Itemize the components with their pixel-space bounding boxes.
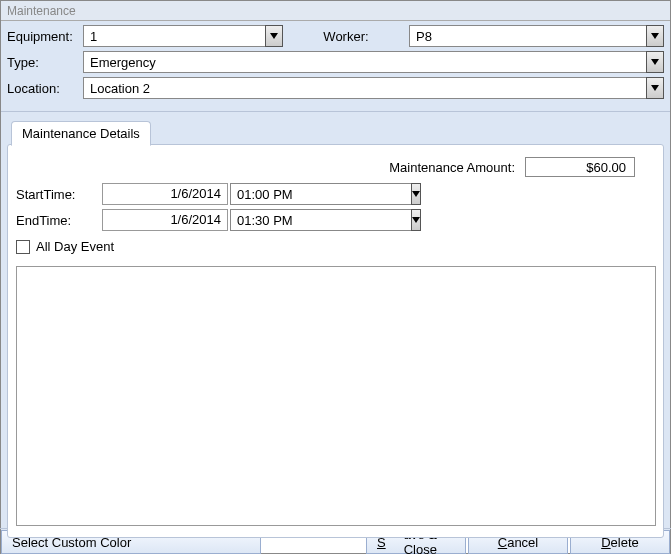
chevron-down-icon — [651, 85, 659, 91]
worker-label: Worker: — [287, 29, 405, 44]
type-combo[interactable] — [83, 51, 664, 73]
chevron-down-icon — [651, 59, 659, 65]
end-date-field[interactable]: 1/6/2014 — [102, 209, 228, 231]
start-time-label: StartTime: — [16, 187, 102, 202]
all-day-checkbox[interactable] — [16, 240, 30, 254]
tab-strip: Maintenance Details — [1, 112, 670, 145]
type-dropdown-button[interactable] — [646, 51, 664, 73]
location-combo[interactable] — [83, 77, 664, 99]
equipment-combo[interactable] — [83, 25, 283, 47]
chevron-down-icon — [651, 33, 659, 39]
all-day-label: All Day Event — [36, 239, 114, 254]
worker-combo[interactable] — [409, 25, 664, 47]
end-time-input[interactable] — [230, 209, 411, 231]
header-panel: Equipment: Worker: Type: Location: — [1, 21, 670, 112]
location-input[interactable] — [83, 77, 646, 99]
window-title: Maintenance — [1, 1, 670, 21]
start-time-input[interactable] — [230, 183, 411, 205]
tab-maintenance-details[interactable]: Maintenance Details — [11, 121, 151, 146]
tab-area: Maintenance Details Maintenance Amount: … — [1, 112, 670, 538]
equipment-input[interactable] — [83, 25, 265, 47]
start-time-dropdown-button[interactable] — [411, 183, 421, 205]
start-date-field[interactable]: 1/6/2014 — [102, 183, 228, 205]
end-time-label: EndTime: — [16, 213, 102, 228]
type-label: Type: — [7, 55, 79, 70]
end-time-dropdown-button[interactable] — [411, 209, 421, 231]
worker-dropdown-button[interactable] — [646, 25, 664, 47]
type-input[interactable] — [83, 51, 646, 73]
location-dropdown-button[interactable] — [646, 77, 664, 99]
end-time-combo[interactable] — [230, 209, 328, 231]
chevron-down-icon — [412, 217, 420, 223]
start-time-combo[interactable] — [230, 183, 328, 205]
equipment-label: Equipment: — [7, 29, 79, 44]
amount-label: Maintenance Amount: — [389, 160, 515, 175]
chevron-down-icon — [412, 191, 420, 197]
worker-input[interactable] — [409, 25, 646, 47]
chevron-down-icon — [270, 33, 278, 39]
notes-textarea[interactable] — [16, 266, 656, 526]
amount-value[interactable]: $60.00 — [525, 157, 635, 177]
location-label: Location: — [7, 81, 79, 96]
details-panel: Maintenance Amount: $60.00 StartTime: 1/… — [7, 144, 664, 538]
equipment-dropdown-button[interactable] — [265, 25, 283, 47]
